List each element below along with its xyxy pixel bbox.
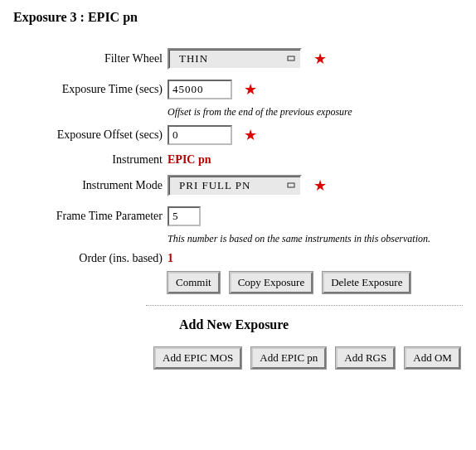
add-epic-mos-button[interactable]: Add EPIC MOS [154,347,241,369]
offset-note: Offset is from the end of the previous e… [168,106,463,119]
frame-time-input[interactable] [168,206,201,226]
filter-wheel-select[interactable]: THIN [168,48,302,70]
svg-rect-1 [288,183,294,187]
instrument-label: Instrument [30,153,168,167]
exposure-form: Filter Wheel THIN ★ Exposure Time (secs)… [30,48,463,369]
instrument-mode-select[interactable]: PRI FULL PN [168,175,302,196]
dropdown-icon [287,181,295,190]
dropdown-icon [287,55,295,63]
filter-wheel-value: THIN [179,52,208,65]
frame-time-label: Frame Time Parameter [30,210,168,223]
instrument-mode-label: Instrument Mode [30,179,168,192]
exposure-time-label: Exposure Time (secs) [30,83,168,96]
section-divider [146,305,463,306]
commit-button[interactable]: Commit [168,272,220,293]
page-title: Exposure 3 : EPIC pn [13,10,463,25]
exposure-offset-input[interactable] [168,125,232,145]
add-rgs-button[interactable]: Add RGS [336,347,395,369]
svg-rect-0 [288,56,294,60]
required-star-icon: ★ [244,82,257,97]
instrument-mode-value: PRI FULL PN [179,179,250,192]
add-om-button[interactable]: Add OM [405,347,460,369]
required-star-icon: ★ [313,51,327,66]
add-epic-pn-button[interactable]: Add EPIC pn [251,347,326,369]
filter-wheel-label: Filter Wheel [30,52,168,65]
frame-note: This number is based on the same instrum… [168,233,463,245]
add-exposure-heading: Add New Exposure [179,317,463,332]
order-label: Order (ins. based) [30,252,168,265]
order-value: 1 [168,252,173,265]
exposure-offset-label: Exposure Offset (secs) [30,128,168,142]
exposure-time-input[interactable] [168,80,232,99]
instrument-value: EPIC pn [168,153,211,167]
delete-exposure-button[interactable]: Delete Exposure [323,272,410,293]
required-star-icon: ★ [313,178,327,193]
copy-exposure-button[interactable]: Copy Exposure [230,272,313,293]
required-star-icon: ★ [244,128,257,143]
